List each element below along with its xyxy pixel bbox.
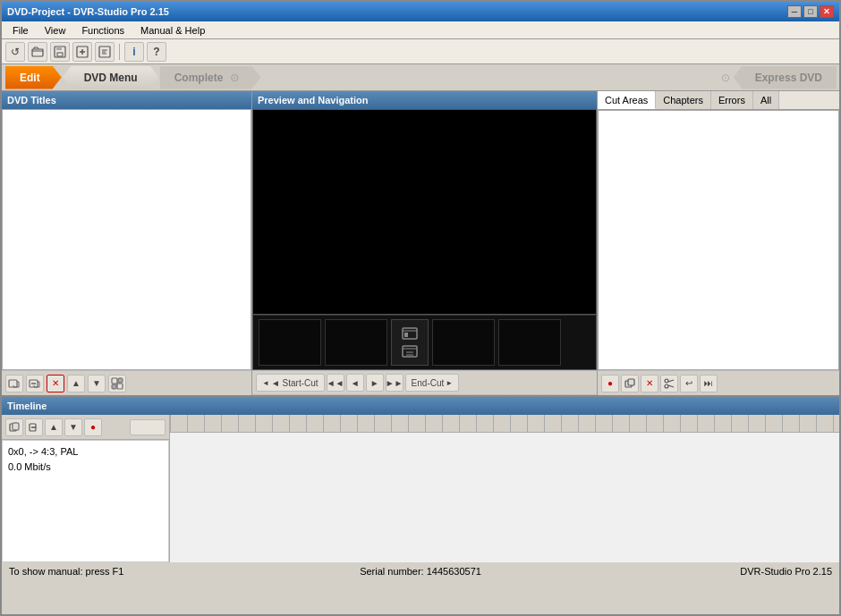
right-tabs: Cut Areas Chapters Errors All bbox=[598, 91, 839, 110]
tl-record-button[interactable]: ● bbox=[84, 418, 102, 436]
tab-edit-label: Edit bbox=[20, 72, 40, 84]
forward-button[interactable]: ►► bbox=[386, 374, 404, 392]
complete-icon: ⊙ bbox=[230, 72, 239, 84]
end-cut-label: End-Cut bbox=[412, 378, 445, 388]
tab-dvd-menu[interactable]: DVD Menu bbox=[63, 66, 159, 89]
right-controls: ● ✕ ↩ ⏭ bbox=[598, 370, 839, 395]
timeline-info-line2: 0.0 Mbit/s bbox=[8, 460, 163, 475]
export-button[interactable] bbox=[95, 42, 115, 62]
statusbar: To show manual: press F1 Serial number: … bbox=[2, 561, 839, 580]
express-disc-icon: ⊙ bbox=[721, 72, 730, 84]
remove-title-button[interactable] bbox=[26, 375, 44, 392]
menu-view[interactable]: View bbox=[38, 23, 73, 38]
tl-add-button[interactable] bbox=[5, 418, 23, 436]
close-button[interactable]: ✕ bbox=[820, 5, 834, 18]
tab-edit[interactable]: Edit bbox=[5, 66, 62, 89]
back-button[interactable]: ◄ bbox=[346, 374, 364, 392]
maximize-button[interactable]: □ bbox=[803, 5, 818, 18]
dvd-titles-content[interactable] bbox=[2, 109, 251, 370]
status-center: Serial number: 1445630571 bbox=[284, 566, 558, 577]
main-area: DVD Titles ✕ ▲ ▼ Preview and Navigation bbox=[2, 91, 839, 395]
preview-panel: Preview and Navigation ◄ ◄ Start-Cut ◄◄ … bbox=[252, 91, 598, 395]
move-up-button[interactable]: ▲ bbox=[67, 375, 85, 392]
tab-all[interactable]: All bbox=[753, 91, 779, 109]
rc-record-button[interactable]: ● bbox=[601, 375, 619, 392]
tl-position-input[interactable] bbox=[130, 419, 166, 435]
add-button[interactable] bbox=[72, 42, 92, 62]
thumbnail-1[interactable] bbox=[259, 319, 321, 366]
tab-express-dvd-label: Express DVD bbox=[755, 72, 822, 84]
svg-rect-13 bbox=[404, 333, 408, 337]
tab-chapters[interactable]: Chapters bbox=[656, 91, 711, 109]
move-down-button[interactable]: ▼ bbox=[88, 375, 106, 392]
tab-complete-label: Complete bbox=[174, 72, 224, 84]
rc-delete-button[interactable]: ✕ bbox=[641, 375, 658, 392]
help-button[interactable]: ? bbox=[147, 42, 166, 62]
menubar: File View Functions Manual & Help bbox=[2, 21, 839, 39]
delete-button[interactable]: ✕ bbox=[47, 375, 64, 392]
save-button[interactable] bbox=[50, 42, 70, 62]
tab-errors[interactable]: Errors bbox=[711, 91, 753, 109]
tl-up-button[interactable]: ▲ bbox=[45, 418, 63, 436]
refresh-button[interactable]: ↺ bbox=[5, 42, 25, 62]
tl-down-button[interactable]: ▼ bbox=[64, 418, 82, 436]
tl-remove-button[interactable] bbox=[25, 418, 43, 436]
svg-rect-16 bbox=[628, 379, 634, 385]
ruler-ticks bbox=[170, 415, 839, 432]
svg-rect-11 bbox=[118, 378, 123, 383]
rc-undo-button[interactable]: ↩ bbox=[680, 375, 698, 392]
info-button[interactable]: i bbox=[124, 42, 144, 62]
status-left: To show manual: press F1 bbox=[9, 566, 284, 577]
open-button[interactable] bbox=[28, 42, 47, 62]
tab-complete[interactable]: Complete ⊙ bbox=[160, 66, 261, 89]
start-cut-icon: ◄ bbox=[262, 379, 269, 387]
timeline-tracks[interactable] bbox=[170, 433, 839, 562]
tab-express-dvd[interactable]: Express DVD bbox=[734, 66, 837, 89]
rewind-button[interactable]: ◄◄ bbox=[327, 374, 344, 392]
timeline-ruler-area bbox=[170, 415, 839, 562]
timeline-info-line1: 0x0, -> 4:3, PAL bbox=[8, 444, 163, 460]
toolbar: ↺ i ? bbox=[2, 39, 839, 64]
dvd-titles-header-label: DVD Titles bbox=[7, 95, 56, 105]
preview-screen bbox=[252, 109, 597, 315]
rc-copy-button[interactable] bbox=[621, 375, 639, 392]
tab-cut-areas[interactable]: Cut Areas bbox=[598, 91, 656, 109]
preview-thumbnails bbox=[252, 315, 597, 370]
svg-rect-3 bbox=[57, 53, 63, 56]
svg-rect-2 bbox=[56, 46, 62, 50]
minimize-button[interactable]: ─ bbox=[787, 5, 802, 18]
end-cut-icon: ► bbox=[446, 379, 453, 387]
svg-rect-10 bbox=[112, 384, 116, 389]
timeline-ruler[interactable] bbox=[170, 415, 839, 433]
right-content[interactable] bbox=[598, 110, 839, 370]
start-cut-button[interactable]: ◄ ◄ Start-Cut bbox=[256, 374, 325, 392]
menu-file[interactable]: File bbox=[5, 23, 36, 38]
svg-rect-0 bbox=[32, 49, 43, 56]
svg-point-18 bbox=[665, 384, 668, 388]
menu-functions[interactable]: Functions bbox=[74, 23, 132, 38]
preview-controls: ◄ ◄ Start-Cut ◄◄ ◄ ► ►► End-Cut ► bbox=[252, 370, 597, 395]
play-button[interactable]: ► bbox=[366, 374, 384, 392]
end-cut-button[interactable]: End-Cut ► bbox=[405, 374, 460, 392]
menu-manual-help[interactable]: Manual & Help bbox=[133, 23, 212, 38]
titlebar-controls: ─ □ ✕ bbox=[787, 5, 834, 18]
left-controls: ✕ ▲ ▼ bbox=[2, 370, 251, 395]
thumbnail-4[interactable] bbox=[498, 319, 561, 366]
thumbnail-controls[interactable] bbox=[391, 319, 429, 366]
thumbnail-2[interactable] bbox=[325, 319, 387, 366]
toolbar-separator bbox=[119, 44, 120, 60]
add-title-button[interactable] bbox=[5, 375, 23, 392]
start-cut-label: ◄ Start-Cut bbox=[271, 378, 319, 388]
properties-button[interactable] bbox=[108, 375, 126, 392]
timeline-section: Timeline ▲ ▼ ● 0x0, -> 4:3, PAL 0.0 Mbit… bbox=[2, 395, 839, 561]
timeline-controls-column: ▲ ▼ ● 0x0, -> 4:3, PAL 0.0 Mbit/s bbox=[2, 415, 170, 562]
dvd-titles-panel: DVD Titles ✕ ▲ ▼ bbox=[2, 91, 252, 395]
svg-point-17 bbox=[665, 379, 668, 383]
right-panel: Cut Areas Chapters Errors All ● ✕ ↩ ⏭ bbox=[598, 91, 839, 395]
svg-rect-9 bbox=[117, 384, 123, 389]
rc-skip-button[interactable]: ⏭ bbox=[700, 375, 718, 392]
workflow-right: ⊙ Express DVD bbox=[721, 66, 836, 89]
rc-cut-button[interactable] bbox=[660, 375, 678, 392]
thumbnail-3[interactable] bbox=[432, 319, 495, 366]
window-title: DVD-Project - DVR-Studio Pro 2.15 bbox=[7, 6, 169, 17]
